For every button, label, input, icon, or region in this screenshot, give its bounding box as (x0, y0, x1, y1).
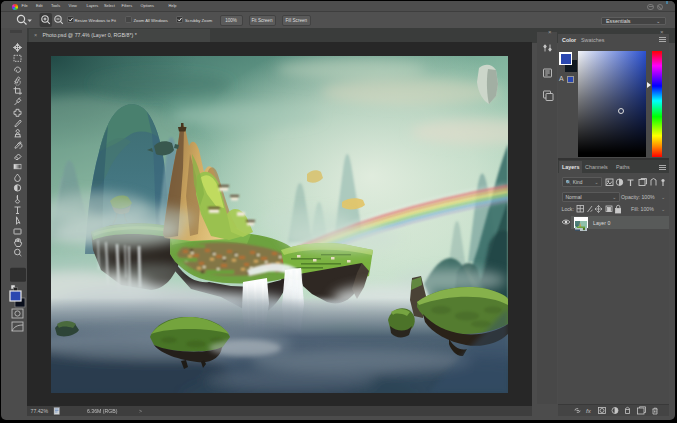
svg-text:fx: fx (586, 408, 592, 414)
